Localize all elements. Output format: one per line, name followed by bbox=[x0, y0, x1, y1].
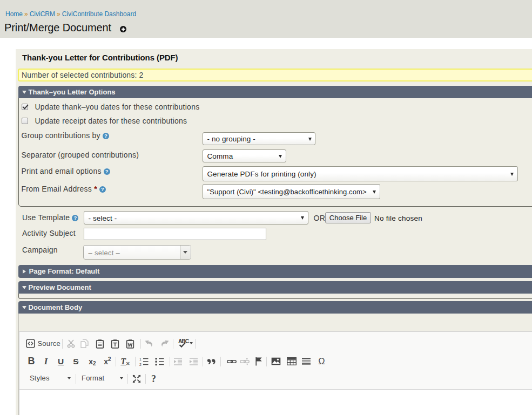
svg-text:2: 2 bbox=[139, 363, 142, 366]
svg-text:1: 1 bbox=[139, 357, 142, 361]
